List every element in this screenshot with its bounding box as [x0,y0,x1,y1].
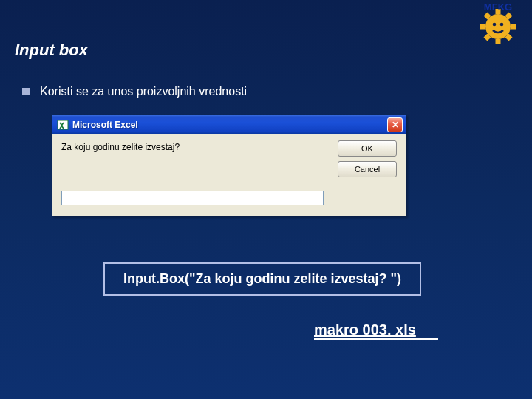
close-button[interactable]: ✕ [387,117,403,132]
slide-title: Input box [15,41,88,60]
cancel-button[interactable]: Cancel [338,161,397,177]
ok-button[interactable]: OK [338,140,397,157]
svg-line-9 [507,35,511,39]
svg-line-8 [485,35,489,39]
bullet-text: Koristi se za unos proizvoljnih vrednost… [40,85,247,98]
svg-point-1 [485,14,511,39]
code-example: Input.Box("Za koju godinu zelite izvesta… [103,262,421,296]
dialog-title: Microsoft Excel [72,120,387,130]
file-link[interactable]: makro 003. xls [314,321,438,340]
inputbox-dialog: Microsoft Excel ✕ Za koju godinu zelite … [52,115,406,216]
logo-text: MFKG [484,1,512,13]
dialog-titlebar: Microsoft Excel ✕ [52,115,406,134]
close-icon: ✕ [392,120,399,129]
bullet-line: Koristi se za unos proizvoljnih vrednost… [22,85,247,98]
excel-icon [57,119,69,131]
dialog-prompt: Za koju godinu zelite izvestaj? [61,142,180,152]
svg-point-10 [493,23,497,27]
mfkg-logo: MFKG [471,1,526,47]
svg-line-7 [507,14,511,18]
bullet-icon [22,88,30,95]
svg-point-11 [500,23,504,27]
svg-line-6 [485,14,489,18]
dialog-body: Za koju godinu zelite izvestaj? OK Cance… [52,134,406,216]
dialog-input[interactable] [61,191,324,205]
